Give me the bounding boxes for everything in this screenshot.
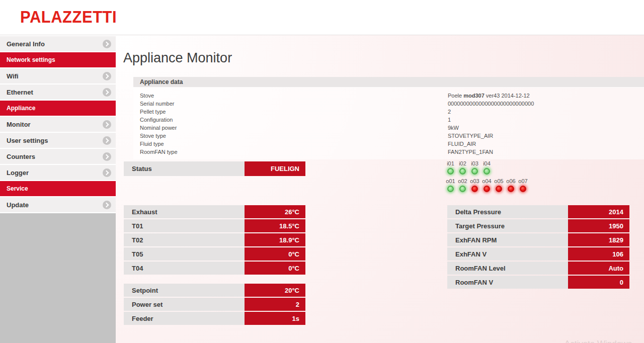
led-o02: o02 [459,178,466,192]
sidebar-item-user-settings[interactable]: User settings [0,133,116,148]
row-label: T05 [124,247,245,261]
stove-value-suffix: ver43 2014-12-12 [485,93,530,99]
sidebar-filler [0,213,116,343]
row-value: 1s [245,312,305,325]
chevron-right-icon [103,152,111,161]
led-o06: o06 [508,178,514,192]
palazzetti-logo: PALAZZETTI [20,8,117,27]
appliance-data-body: Stove Poele mod307 ver43 2014-12-12 Seri… [133,88,644,159]
row-label: Pellet type [140,109,448,115]
led-i02: i02 [459,160,466,175]
status-row: Status FUELIGN [124,161,305,176]
appliance-data-row: RoomFAN type FAN2TYPE_1FAN [140,148,644,156]
setpoint-table: Setpoint 20°C Power set 2 Feeder 1s [124,284,305,326]
row-label: Power set [124,298,245,311]
chevron-right-icon [103,120,111,129]
row-value: 0000000000000000000000000000 [448,101,534,107]
row-value: FAN2TYPE_1FAN [448,149,493,155]
status-label: Status [124,161,245,176]
sidebar-item-label: General Info [7,40,45,48]
sidebar-item-label: User settings [7,137,48,144]
table-row: Target Pressure 1950 [447,219,629,232]
row-value: 2 [448,109,451,115]
row-value: 2 [245,298,305,311]
row-value: 106 [568,247,629,261]
row-label: Serial number [140,101,448,107]
row-label: T04 [124,262,245,275]
row-value: 1950 [568,219,629,232]
table-row: T01 18.5°C [124,219,305,232]
table-row: RoomFAN V 0 [447,276,629,289]
led-label: o02 [458,178,467,184]
sidebar-item-general-info[interactable]: General Info [0,36,116,51]
sidebar-item-wifi[interactable]: Wifi [0,68,116,83]
table-row: Setpoint 20°C [124,284,305,297]
sidebar-item-label: Monitor [7,121,31,128]
os-activation-watermark: Activate Windows [565,339,632,343]
row-label: ExhFAN RPM [447,233,568,246]
row-value: 2014 [568,205,629,218]
stove-model: mod307 [463,93,485,99]
row-label: Configuration [140,117,448,123]
temperatures-table: Exhaust 26°C T01 18.5°C T02 18.9°C T05 0… [124,205,305,276]
table-row: T04 0°C [124,262,305,275]
sidebar-item-ethernet[interactable]: Ethernet [0,84,116,100]
row-value: Poele mod307 ver43 2014-12-12 [448,93,530,99]
led-o04: o04 [484,178,490,192]
stove-value-prefix: Poele [448,93,463,99]
sidebar-item-service[interactable]: Service [0,181,116,196]
appliance-data-row: Serial number 00000000000000000000000000… [140,100,644,108]
row-label: RoomFAN Level [447,262,568,275]
led-label: i02 [459,160,466,166]
table-row: Exhaust 26°C [124,205,305,218]
sidebar-item-counters[interactable]: Counters [0,149,116,164]
chevron-right-icon [103,88,111,97]
led-label: o05 [494,178,503,184]
sidebar-item-label: Ethernet [7,89,33,96]
page: PALAZZETTI General Info Network settings… [0,0,644,343]
row-value: 26°C [245,205,305,218]
row-value: FLUID_AIR [448,141,476,147]
chevron-right-icon [103,201,111,209]
led-label: i01 [447,160,454,166]
appliance-data-row: Fluid type FLUID_AIR [140,140,644,148]
sidebar-item-appliance[interactable]: Appliance [0,101,116,116]
row-value: 18.5°C [245,219,305,232]
sidebar-item-label: Counters [7,153,35,160]
appliance-data-header: Appliance data [133,77,644,88]
status-value: FUELIGN [245,161,305,176]
led-i04: i04 [484,160,490,175]
row-label: Stove [140,93,448,99]
led-i03: i03 [471,160,478,175]
table-row: T05 0°C [124,247,305,261]
row-label: Delta Pressure [447,205,568,218]
row-value: 0°C [245,262,305,275]
row-label: RoomFAN type [140,149,448,155]
appliance-data-row: Nominal power 9kW [140,124,644,132]
led-indicator-icon [484,168,490,175]
row-label: T02 [124,233,245,246]
led-label: o04 [482,178,491,184]
row-value: 1829 [568,233,629,246]
appliance-data-row: Stove type STOVETYPE_AIR [140,132,644,140]
sidebar-item-monitor[interactable]: Monitor [0,117,116,132]
row-label: T01 [124,219,245,232]
table-row: T02 18.9°C [124,233,305,246]
sidebar-item-logger[interactable]: Logger [0,165,116,180]
status-table: Status FUELIGN [124,161,305,177]
page-title: Appliance Monitor [123,50,232,66]
appliance-data-row: Pellet type 2 [140,108,644,116]
chevron-right-icon [103,40,111,48]
row-label: Exhaust [124,205,245,218]
sidebar-item-network-settings[interactable]: Network settings [0,52,116,67]
row-value: 20°C [245,284,305,297]
row-value: 0 [568,276,629,289]
main-content: Appliance Monitor Appliance data Stove P… [116,35,644,343]
sidebar-item-update[interactable]: Update [0,197,116,212]
led-label: i03 [471,160,478,166]
led-label: o01 [446,178,455,184]
led-o01: o01 [447,178,454,192]
led-indicator-icon [471,186,478,192]
appliance-data-panel: Appliance data Stove Poele mod307 ver43 … [133,77,644,159]
led-indicator-icon [447,186,454,192]
